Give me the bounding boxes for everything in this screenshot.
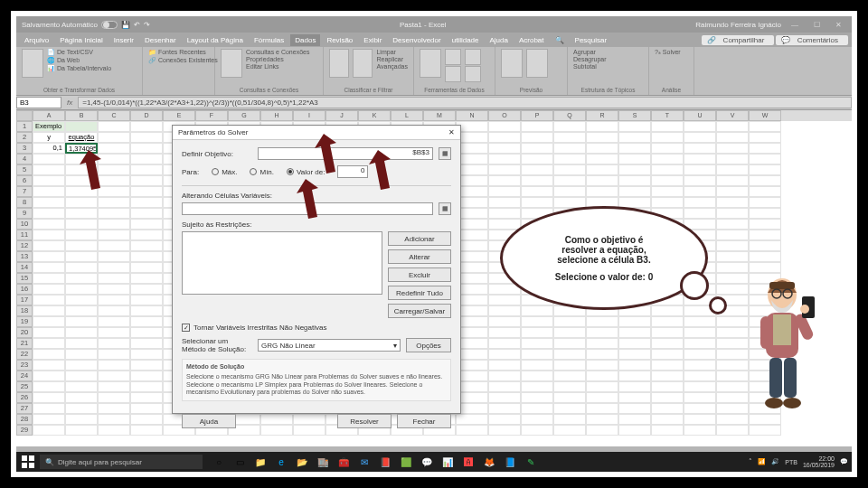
row-header[interactable]: 8 — [16, 197, 33, 208]
cell[interactable] — [553, 175, 586, 186]
col-header[interactable]: T — [651, 110, 684, 121]
cell[interactable] — [130, 295, 163, 305]
app-icon[interactable]: 🏬 — [314, 455, 332, 469]
close-dialog-button[interactable]: Fechar — [397, 414, 451, 428]
cell[interactable] — [716, 186, 749, 197]
col-header[interactable]: M — [423, 110, 456, 121]
cell[interactable] — [65, 262, 98, 273]
cell[interactable] — [98, 371, 130, 381]
cell[interactable] — [521, 403, 553, 414]
cell[interactable] — [98, 143, 130, 154]
taskbar-search[interactable]: 🔍 Digite aqui para pesquisar — [40, 455, 203, 469]
cell[interactable] — [651, 186, 684, 197]
cell[interactable] — [749, 230, 781, 240]
cell[interactable] — [749, 132, 781, 143]
cell[interactable] — [130, 425, 163, 436]
cell[interactable] — [553, 338, 586, 349]
cell[interactable] — [618, 316, 651, 327]
row-header[interactable]: 19 — [16, 316, 33, 327]
filtrar-icon[interactable] — [353, 49, 373, 78]
cell[interactable] — [65, 316, 98, 327]
row-header[interactable]: 12 — [16, 240, 33, 251]
cell[interactable] — [65, 219, 98, 230]
col-header[interactable]: O — [488, 110, 521, 121]
cell[interactable] — [684, 121, 716, 132]
cell[interactable] — [488, 316, 521, 327]
cell[interactable] — [618, 132, 651, 143]
cell[interactable] — [651, 164, 684, 175]
cell[interactable] — [488, 295, 521, 305]
cell[interactable] — [521, 305, 553, 316]
cell[interactable] — [98, 403, 130, 414]
col-header[interactable]: E — [163, 110, 195, 121]
app-icon[interactable]: ✉ — [355, 455, 373, 469]
app-icon[interactable]: e — [272, 455, 290, 469]
from-table[interactable]: 📊 Da Tabela/Intervalo — [47, 65, 111, 72]
cell[interactable] — [65, 338, 98, 349]
row-header[interactable]: 26 — [16, 392, 33, 403]
cell[interactable] — [684, 414, 716, 425]
col-header[interactable]: H — [260, 110, 293, 121]
change-button[interactable]: Alterar — [388, 249, 451, 264]
cell[interactable] — [553, 360, 586, 371]
cell[interactable] — [586, 414, 618, 425]
save-icon[interactable]: 💾 — [121, 21, 130, 29]
cell[interactable] — [33, 197, 65, 208]
cell[interactable] — [98, 316, 130, 327]
cell[interactable] — [618, 414, 651, 425]
menu-revisao[interactable]: Revisão — [322, 34, 357, 46]
cell[interactable] — [98, 414, 130, 425]
cell[interactable] — [684, 338, 716, 349]
col-header[interactable]: F — [195, 110, 228, 121]
cell[interactable] — [553, 143, 586, 154]
radio-max[interactable]: Máx. — [212, 168, 237, 176]
col-header[interactable]: S — [618, 110, 651, 121]
cell[interactable]: 0,1 — [33, 143, 65, 154]
wifi-icon[interactable]: 📶 — [758, 458, 766, 465]
cell[interactable] — [65, 121, 98, 132]
cell[interactable] — [749, 121, 781, 132]
cell[interactable] — [618, 392, 651, 403]
cell[interactable] — [65, 284, 98, 295]
add-button[interactable]: Adicionar — [388, 231, 451, 246]
close-button[interactable]: ✕ — [830, 21, 846, 29]
cell[interactable] — [65, 208, 98, 219]
cell[interactable] — [618, 338, 651, 349]
cell[interactable] — [488, 175, 521, 186]
cell[interactable] — [586, 381, 618, 392]
cell[interactable] — [488, 403, 521, 414]
editar-links[interactable]: Editar Links — [246, 63, 309, 70]
cell[interactable] — [130, 132, 163, 143]
menu-desenvolvedor[interactable]: Desenvolvedor — [388, 34, 445, 46]
cell[interactable] — [651, 143, 684, 154]
avancadas[interactable]: Avançadas — [376, 63, 408, 70]
cell[interactable] — [749, 154, 781, 164]
cell[interactable] — [130, 143, 163, 154]
cell[interactable] — [618, 403, 651, 414]
cell[interactable] — [33, 349, 65, 360]
nonneg-checkbox[interactable]: ✓ — [182, 324, 190, 332]
cell[interactable] — [65, 230, 98, 240]
menu-formulas[interactable]: Fórmulas — [250, 34, 288, 46]
atualizar-tudo-icon[interactable] — [221, 49, 242, 78]
delete-button[interactable]: Excluir — [388, 267, 451, 282]
cell[interactable] — [651, 316, 684, 327]
row-header[interactable]: 18 — [16, 305, 33, 316]
cell[interactable] — [521, 371, 553, 381]
cell[interactable] — [98, 121, 130, 132]
comments-button[interactable]: 💬 Comentários — [776, 35, 848, 45]
cell[interactable] — [130, 186, 163, 197]
cell[interactable] — [651, 371, 684, 381]
cell[interactable]: Exemplo — [33, 121, 65, 132]
cell[interactable] — [651, 305, 684, 316]
cell[interactable] — [716, 414, 749, 425]
cell[interactable] — [521, 121, 553, 132]
notifications-icon[interactable]: 💬 — [840, 458, 848, 465]
cell[interactable] — [130, 284, 163, 295]
cell[interactable] — [716, 240, 749, 251]
range-picker-icon[interactable]: ▦ — [439, 147, 451, 160]
app-icon[interactable]: 💬 — [418, 455, 436, 469]
cell[interactable] — [488, 414, 521, 425]
row-header[interactable]: 17 — [16, 295, 33, 305]
cell[interactable] — [618, 175, 651, 186]
